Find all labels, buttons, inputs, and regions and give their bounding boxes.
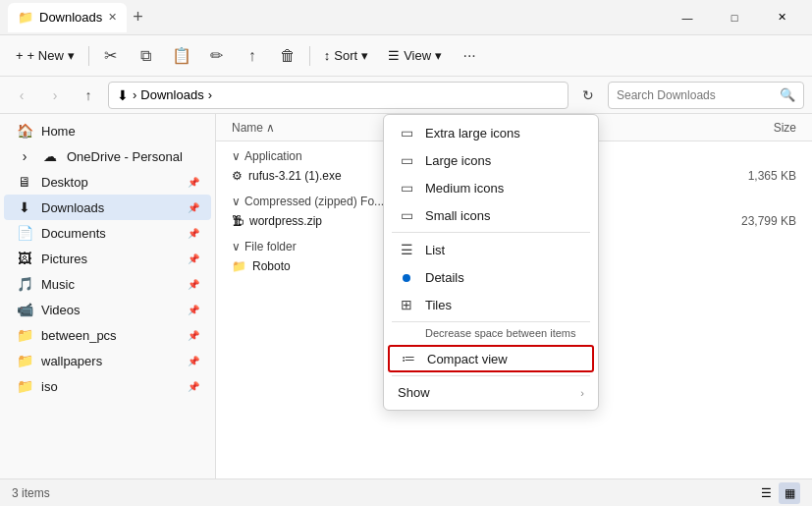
tab-close-button[interactable]: ✕ (108, 11, 117, 24)
menu-item-show[interactable]: Show › (384, 379, 598, 406)
detail-view-button[interactable]: ▦ (779, 482, 800, 504)
menu-divider (392, 232, 590, 233)
menu-item-tiles[interactable]: ⊞ Tiles (384, 291, 598, 318)
close-button[interactable]: ✕ (759, 2, 804, 33)
paste-button[interactable]: 📋 (166, 40, 197, 72)
menu-item-extra-large[interactable]: ▭ Extra large icons (384, 119, 598, 146)
pin-icon: 📌 (188, 279, 199, 290)
menu-item-label: Medium icons (425, 181, 504, 196)
tab-downloads[interactable]: 📁 Downloads ✕ (8, 3, 127, 32)
sidebar-item-documents[interactable]: 📄 Documents 📌 (4, 220, 211, 246)
sidebar-item-pictures[interactable]: 🖼 Pictures 📌 (4, 246, 211, 271)
forward-button[interactable]: › (41, 82, 69, 109)
desktop-icon: 🖥 (16, 174, 33, 190)
sidebar-item-label: Pictures (41, 252, 87, 266)
group-chevron: ∨ (232, 240, 241, 253)
sort-label: Sort (334, 48, 357, 63)
sidebar-item-label: Videos (41, 303, 81, 317)
sidebar-item-label: between_pcs (41, 328, 117, 343)
sidebar-item-downloads[interactable]: ⬇ Downloads 📌 (4, 195, 211, 220)
menu-item-details[interactable]: Details (384, 263, 598, 291)
bullet-icon (398, 269, 415, 285)
menu-item-label: Tiles (425, 298, 452, 312)
pin-icon: 📌 (188, 330, 199, 341)
compact-view-icon: ≔ (400, 351, 417, 366)
cut-button[interactable]: ✂ (95, 40, 127, 72)
sidebar-item-label: Documents (41, 226, 106, 241)
tiles-icon: ⊞ (398, 297, 415, 312)
large-icon: ▭ (398, 152, 415, 168)
minimize-button[interactable]: — (665, 2, 710, 33)
sidebar-item-label: Home (41, 124, 76, 139)
menu-item-medium[interactable]: ▭ Medium icons (384, 174, 598, 201)
new-tab-button[interactable]: + (133, 7, 143, 28)
zip-icon: 🗜 (232, 214, 244, 228)
menu-item-list[interactable]: ☰ List (384, 236, 598, 263)
sidebar-item-home[interactable]: 🏠 Home (4, 118, 211, 143)
list-view-button[interactable]: ☰ (755, 482, 777, 504)
menu-item-label: Small icons (425, 208, 490, 223)
sidebar-item-label: Desktop (41, 175, 88, 190)
view-button[interactable]: ☰ View ▾ (380, 44, 450, 67)
group-label: Compressed (zipped) Fo... (244, 195, 384, 208)
pin-icon: 📌 (188, 356, 199, 366)
new-button[interactable]: + + New ▾ (8, 44, 82, 67)
menu-item-compact-view[interactable]: ≔ Compact view (388, 345, 594, 372)
extra-large-icon: ▭ (398, 125, 415, 141)
medium-icon: ▭ (398, 180, 415, 196)
rename-button[interactable]: ✏ (201, 40, 233, 72)
more-button[interactable]: ··· (454, 40, 485, 72)
delete-icon: 🗑 (280, 47, 296, 65)
sidebar-item-desktop[interactable]: 🖥 Desktop 📌 (4, 169, 211, 195)
menu-item-label: Extra large icons (425, 126, 520, 141)
header-size[interactable]: Size (671, 121, 796, 135)
pin-icon: 📌 (188, 381, 199, 392)
breadcrumb-end-sep: › (208, 87, 212, 102)
sidebar-item-iso[interactable]: 📁 iso 📌 (4, 373, 211, 399)
sidebar-item-videos[interactable]: 📹 Videos 📌 (4, 297, 211, 322)
search-input[interactable] (617, 88, 776, 102)
tab-folder-icon: 📁 (18, 10, 33, 25)
delete-button[interactable]: 🗑 (272, 40, 303, 72)
menu-item-label: Details (425, 270, 464, 285)
pin-icon: 📌 (188, 177, 199, 188)
folder-icon: 📁 (16, 353, 33, 368)
pin-icon: 📌 (188, 202, 199, 213)
copy-button[interactable]: ⧉ (131, 40, 162, 72)
view-label: View (404, 48, 431, 63)
view-toggle-buttons: ☰ ▦ (755, 482, 800, 504)
menu-item-small[interactable]: ▭ Small icons (384, 201, 598, 229)
new-arrow-icon: ▾ (68, 48, 75, 63)
share-button[interactable]: ↑ (237, 40, 268, 72)
music-icon: 🎵 (16, 276, 33, 292)
onedrive-expand-icon: › (16, 148, 33, 164)
new-icon: + (16, 48, 24, 63)
sidebar-item-onedrive[interactable]: › ☁ OneDrive - Personal (4, 143, 211, 169)
breadcrumb[interactable]: ⬇ › Downloads › (108, 82, 568, 109)
menu-item-large[interactable]: ▭ Large icons (384, 146, 598, 174)
group-label: Application (244, 149, 302, 163)
toolbar-separator-1 (88, 46, 89, 66)
refresh-button[interactable]: ↻ (574, 82, 602, 109)
list-icon: ☰ (398, 242, 415, 257)
sidebar-item-music[interactable]: 🎵 Music 📌 (4, 271, 211, 297)
videos-icon: 📹 (16, 302, 33, 317)
pin-icon: 📌 (188, 253, 199, 264)
address-bar: ‹ › ↑ ⬇ › Downloads › ↻ 🔍 (0, 77, 812, 114)
sidebar-item-label: OneDrive - Personal (67, 149, 183, 164)
maximize-button[interactable]: □ (712, 2, 757, 33)
pin-icon: 📌 (188, 305, 199, 315)
downloads-icon: ⬇ (16, 199, 33, 215)
sort-button[interactable]: ↕ Sort ▾ (316, 44, 376, 67)
breadcrumb-path: Downloads (140, 87, 203, 102)
toolbar-separator-2 (309, 46, 310, 66)
sidebar-item-between-pcs[interactable]: 📁 between_pcs 📌 (4, 322, 211, 348)
menu-item-label: Compact view (427, 352, 508, 366)
back-button[interactable]: ‹ (8, 82, 35, 109)
group-chevron: ∨ (232, 149, 241, 163)
sidebar-item-label: wallpapers (41, 354, 102, 368)
up-button[interactable]: ↑ (75, 82, 102, 109)
tab-label: Downloads (39, 10, 102, 25)
sidebar-item-wallpapers[interactable]: 📁 wallpapers 📌 (4, 348, 211, 373)
decrease-space-label: Decrease space between items (384, 325, 598, 343)
